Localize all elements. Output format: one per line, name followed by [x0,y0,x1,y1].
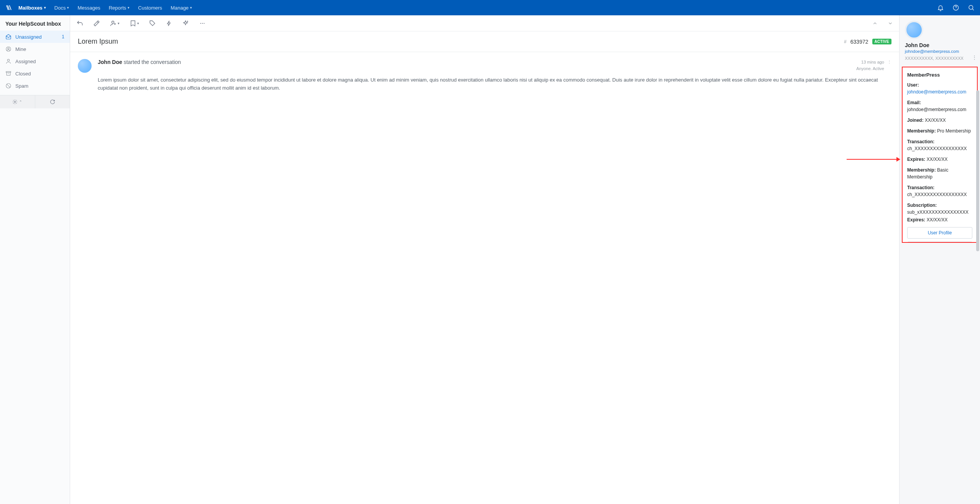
more-icon[interactable] [199,20,206,27]
bell-icon[interactable] [937,4,944,11]
customer-avatar-icon [905,21,923,39]
settings-button[interactable]: ⌃ [0,95,35,108]
top-nav-items: Mailboxes▾ Docs▾ Messages Reports▾ Custo… [18,5,937,11]
conversation-subject: Lorem Ipsum [78,38,840,46]
memberpress-card: MemberPress User:johndoe@memberpress.com… [902,67,978,243]
nav-manage[interactable]: Manage▾ [171,5,192,11]
nav-customers[interactable]: Customers [138,5,162,11]
nav-reports[interactable]: Reports▾ [109,5,130,11]
nav-messages[interactable]: Messages [77,5,100,11]
nav-docs[interactable]: Docs▾ [54,5,69,11]
mp-exp1: XX/XX/XX [927,157,948,162]
ban-icon [5,83,11,89]
folder-assigned[interactable]: Assigned [0,55,70,67]
svg-point-1 [969,5,973,10]
svg-point-11 [204,23,204,23]
sidebar-title: Your HelpScout Inbox [0,15,70,31]
conversation-hash: # [844,39,847,44]
help-icon[interactable] [952,4,959,11]
thread-time: 13 mins ago [856,59,884,65]
folder-closed[interactable]: Closed [0,67,70,80]
sidebar-scrollbar[interactable] [976,90,979,263]
search-icon[interactable] [968,4,975,11]
svg-rect-5 [6,72,11,73]
thread-more-icon[interactable]: ⋮ [887,59,891,65]
mp-txn1: ch_XXXXXXXXXXXXXXXXX [907,146,967,151]
folder-label: Assigned [15,59,36,64]
mp-exp2: XX/XX/XX [927,217,948,223]
customer-name: John Doe [905,42,975,48]
thread-avatar-icon [78,59,92,73]
folder-spam[interactable]: Spam [0,80,70,92]
user-profile-button[interactable]: User Profile [907,227,972,239]
mp-email-value: johndoe@memberpress.com [907,107,966,112]
prev-conversation-icon[interactable] [872,21,878,26]
svg-point-7 [15,101,16,103]
sidebar: Your HelpScout Inbox Unassigned 1 Mine A… [0,15,70,504]
mp-membership1: Pro Membership [937,128,971,134]
subject-row: Lorem Ipsum # 633972 ACTIVE [70,31,899,52]
next-conversation-icon[interactable] [888,21,893,26]
status-icon[interactable]: ▾ [130,20,139,27]
logo-icon[interactable] [5,4,12,11]
mp-txn2: ch_XXXXXXXXXXXXXXXXX [907,192,967,197]
customer-sidebar: John Doe johndoe@memberpress.com XXXXXXX… [900,15,980,504]
mp-user-link[interactable]: johndoe@memberpress.com [907,89,966,95]
folder-mine[interactable]: Mine [0,43,70,55]
conversation-pane: ▾ ▾ Lorem Ipsum # 633972 ACTIVE John Doe… [70,15,900,504]
archive-icon [5,70,11,77]
folder-label: Closed [15,71,31,77]
sparkle-icon[interactable] [182,20,189,27]
note-icon[interactable] [93,20,100,27]
transactions-button[interactable]: Transactions [907,242,972,243]
conversation-number: 633972 [850,39,868,45]
mail-open-icon [5,34,11,40]
customer-meta: XXXXXXXXXX, XXXXXXXXXX [905,56,975,61]
customer-more-icon[interactable]: ⋮ [972,54,977,60]
folder-label: Unassigned [15,34,42,40]
thread-visibility: Anyone. Active [856,65,884,72]
thread-body-text: Lorem ipsum dolor sit amet, consectetur … [98,76,891,92]
folder-unassigned[interactable]: Unassigned 1 [0,31,70,43]
mp-sub2: sub_xXXXXXXXXXXXXXXXX [907,209,969,215]
user-circle-icon [5,46,11,52]
svg-point-9 [200,23,201,23]
conversation-toolbar: ▾ ▾ [70,15,899,31]
thread-item: John Doe started the conversation 13 min… [70,52,899,99]
sidebar-footer: ⌃ [0,95,70,108]
top-navbar: Mailboxes▾ Docs▾ Messages Reports▾ Custo… [0,0,980,15]
customer-email[interactable]: johndoe@memberpress.com [905,49,975,54]
tag-icon[interactable] [149,20,156,27]
refresh-button[interactable] [35,95,70,108]
status-badge: ACTIVE [872,39,891,44]
mp-joined-value: XX/XX/XX [925,118,946,123]
assign-icon[interactable]: ▾ [110,20,120,27]
svg-point-4 [7,59,9,61]
thread-author-line: John Doe started the conversation [98,59,181,65]
folder-label: Mine [15,46,26,52]
svg-point-8 [112,21,114,23]
folder-label: Spam [15,83,28,89]
nav-mailboxes[interactable]: Mailboxes▾ [18,5,46,11]
folder-count: 1 [62,34,64,39]
card-title: MemberPress [907,72,972,78]
svg-point-10 [202,23,203,23]
reply-icon[interactable] [76,20,83,27]
user-icon [5,58,11,64]
svg-point-3 [8,48,9,49]
workflow-icon[interactable] [166,20,172,27]
